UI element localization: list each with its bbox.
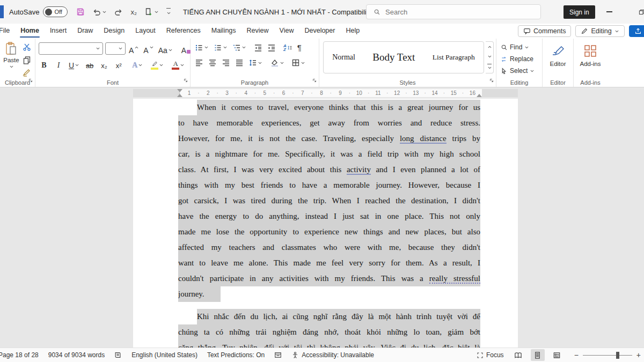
document-text[interactable]: When it comes to travel, everyone thinks… (178, 100, 480, 348)
change-case-button[interactable]: Aa (157, 43, 174, 55)
focus-mode-button[interactable]: Focus (472, 348, 509, 362)
save-button[interactable] (76, 8, 85, 16)
line-spacing-button[interactable] (248, 58, 262, 67)
align-left-button[interactable] (195, 58, 203, 67)
addins-button[interactable]: Add-ins (574, 44, 607, 67)
editor-button[interactable]: Editor (543, 44, 573, 67)
share-button[interactable]: Share (629, 25, 644, 37)
font-color-button[interactable]: A (171, 58, 186, 70)
ribbon-tab[interactable]: Mailings (206, 24, 241, 39)
show-formatting-marks-button[interactable]: ¶ (297, 43, 302, 52)
find-button[interactable]: Find (501, 43, 535, 51)
style-item[interactable]: Normal (332, 53, 355, 62)
print-layout-button[interactable] (531, 349, 545, 361)
style-item[interactable]: Body Text (372, 51, 415, 63)
hanging-indent-marker[interactable] (177, 94, 182, 97)
ribbon-tab[interactable]: Insert (45, 24, 72, 39)
horizontal-ruler[interactable]: 12345678910111213141516 (0, 87, 644, 99)
language-indicator[interactable]: English (United States) (127, 348, 202, 362)
copy-button[interactable] (23, 56, 31, 64)
shading-button[interactable] (270, 58, 284, 67)
minimize-button[interactable] (600, 3, 618, 20)
search-input[interactable] (385, 8, 514, 16)
cut-button[interactable] (23, 43, 31, 51)
word-count[interactable]: 9034 of 9034 words (43, 348, 109, 362)
editing-mode-button[interactable]: Editing (575, 25, 624, 37)
multilevel-list-button[interactable] (232, 43, 246, 52)
ribbon-tab[interactable]: File (0, 24, 15, 39)
align-center-button[interactable] (208, 58, 217, 67)
proofing-status[interactable] (109, 348, 127, 362)
zoom-slider-thumb[interactable] (616, 352, 619, 359)
select-button[interactable]: Select (501, 67, 535, 75)
paragraph-dialog-launcher[interactable] (312, 76, 317, 85)
right-indent-marker[interactable] (477, 94, 482, 97)
sign-in-button[interactable]: Sign in (564, 5, 595, 19)
superscript-button[interactable]: x² (113, 58, 124, 70)
style-item[interactable]: List Paragraph (433, 53, 475, 62)
strikethrough-button[interactable]: ab (84, 58, 95, 70)
document-line: car, is a nightmare for me. Specifically… (178, 146, 480, 162)
redo-button[interactable] (114, 8, 123, 16)
document-title[interactable]: TIẾNG ANH CHUYÊN NGÀNH 1 - MỚI NHẤT - Co… (183, 8, 389, 16)
numbering-button[interactable] (214, 43, 228, 52)
qat-overflow-button[interactable] (166, 8, 171, 16)
sort-button[interactable]: AZ (283, 43, 292, 52)
clipboard-dialog-launcher[interactable] (28, 76, 33, 85)
highlight-button[interactable] (150, 58, 165, 70)
web-layout-button[interactable] (550, 349, 564, 361)
font-size-combo[interactable] (105, 42, 126, 55)
ribbon-tab[interactable]: Help (340, 24, 365, 39)
borders-button[interactable] (291, 58, 305, 67)
subscript-button[interactable]: x₂ (99, 58, 109, 70)
undo-button[interactable] (92, 8, 107, 16)
ribbon-tab[interactable]: References (161, 24, 206, 39)
zoom-out-button[interactable]: − (574, 351, 579, 359)
styles-dialog-launcher[interactable] (489, 76, 494, 85)
zoom-in-button[interactable]: + (636, 351, 641, 359)
document-page[interactable]: When it comes to travel, everyone thinks… (133, 99, 518, 348)
text-effects-button[interactable]: A (131, 58, 144, 70)
first-line-indent-marker[interactable] (177, 89, 182, 92)
text-predictions-indicator[interactable]: Text Predictions: On (202, 348, 269, 362)
shrink-font-button[interactable]: A (142, 43, 155, 55)
font-dialog-launcher[interactable] (183, 76, 188, 85)
bold-button[interactable]: B (39, 58, 49, 70)
ribbon-tab[interactable]: Layout (130, 24, 161, 39)
increase-indent-button[interactable] (267, 43, 276, 52)
subscript-quick-button[interactable]: x₂ (130, 8, 137, 16)
font-name-combo[interactable] (39, 42, 103, 55)
paste-button[interactable]: Paste (2, 42, 21, 69)
grow-font-button[interactable]: A (128, 43, 140, 55)
accessibility-status[interactable]: Accessibility: Unavailable (287, 348, 379, 362)
styles-gallery-more[interactable] (487, 64, 492, 71)
styles-scroll-up[interactable] (487, 45, 492, 49)
ribbon-tab[interactable]: Draw (72, 24, 98, 39)
italic-button[interactable]: I (53, 58, 64, 70)
page-indicator[interactable]: Page 18 of 28 (0, 348, 43, 362)
paste-special-quick-button[interactable] (144, 8, 159, 16)
font-group-label: Font (35, 79, 190, 86)
autosave-toggle[interactable]: Off (43, 6, 68, 17)
bullets-button[interactable] (195, 43, 209, 52)
decrease-indent-button[interactable] (254, 43, 262, 52)
underline-button[interactable]: U (68, 58, 80, 70)
ribbon-tab[interactable]: View (274, 24, 299, 39)
styles-scroll-down[interactable] (487, 54, 492, 59)
justify-button[interactable] (235, 58, 244, 67)
read-mode-button[interactable] (511, 349, 525, 361)
autosave-control[interactable]: AutoSave Off (9, 6, 68, 17)
comments-button[interactable]: Comments (518, 25, 571, 37)
ribbon-tab[interactable]: Design (98, 24, 130, 39)
editor-status[interactable] (269, 348, 287, 362)
zoom-slider[interactable] (583, 355, 632, 356)
clear-formatting-button[interactable]: A (180, 43, 192, 55)
ribbon-tab[interactable]: Home (15, 24, 45, 39)
ribbon-tab[interactable]: Developer (299, 24, 340, 39)
search-box[interactable] (366, 4, 541, 19)
word-app-icon[interactable] (0, 5, 4, 18)
ribbon-tab[interactable]: Review (241, 24, 274, 39)
replace-button[interactable]: Replace (501, 55, 535, 63)
align-right-button[interactable] (222, 58, 230, 67)
restore-button[interactable] (632, 3, 644, 20)
